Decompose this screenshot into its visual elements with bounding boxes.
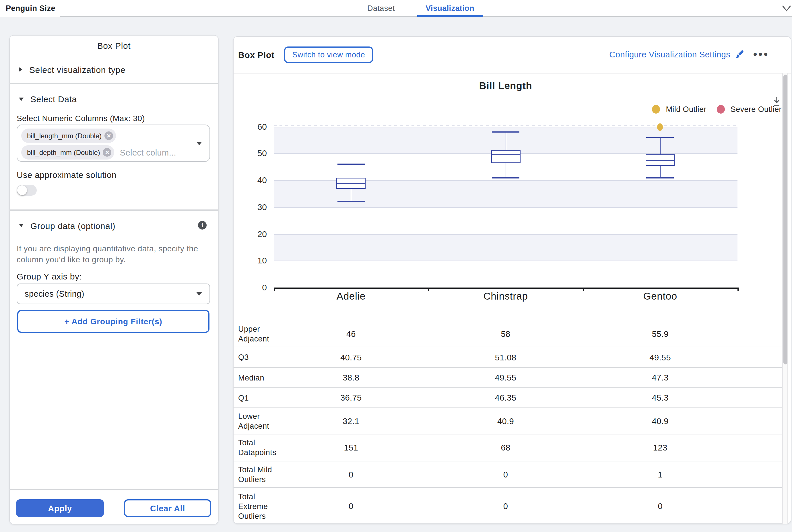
box-whisker-lower <box>660 166 661 178</box>
stats-row-label: Total Mild Outliers <box>238 464 285 484</box>
grid-band <box>274 234 737 261</box>
caret-down-icon <box>19 224 23 227</box>
grid-line <box>274 234 737 234</box>
stats-value: 1 <box>658 470 663 479</box>
x-axis-tick <box>583 287 584 291</box>
section-group-data[interactable]: Group data (optional) i <box>10 217 218 233</box>
chart-legend: Mild OutlierSevere Outlier <box>652 105 782 113</box>
x-axis-tick <box>274 287 275 291</box>
legend-item: Mild Outlier <box>652 105 706 113</box>
grid-line <box>274 127 737 127</box>
stats-value: 47.3 <box>652 373 668 382</box>
box-whisker-upper <box>660 137 661 154</box>
stats-value: 40.9 <box>652 416 668 425</box>
document-tab-label: Penguin Size <box>6 4 55 13</box>
visualization-header: Box Plot Switch to view mode Configure V… <box>233 37 791 73</box>
x-category-label: Gentoo <box>615 291 706 301</box>
legend-label: Mild Outlier <box>666 105 706 113</box>
tab-dataset[interactable]: Dataset <box>364 0 398 16</box>
stats-value: 0 <box>503 470 508 479</box>
remove-chip-icon[interactable]: ✕ <box>105 131 113 140</box>
numeric-columns-label: Select Numeric Columns (Max: 30) <box>17 114 145 123</box>
stats-row-label: Median <box>238 373 285 382</box>
legend-item: Severe Outlier <box>717 105 782 113</box>
stats-value: 32.1 <box>343 416 359 425</box>
tab-dataset-label: Dataset <box>367 4 395 12</box>
group-by-select[interactable]: species (String) <box>17 284 210 304</box>
y-axis-tick-label: 0 <box>244 282 267 292</box>
section-select-data[interactable]: Select Data <box>10 83 218 114</box>
x-axis-tick <box>429 287 429 291</box>
section-select-visualization-type[interactable]: Select visualization type <box>10 56 218 83</box>
selected-column-chip: bill_depth_mm (Double) ✕ <box>21 145 114 159</box>
caret-down-icon <box>19 97 23 101</box>
stats-value: 49.55 <box>495 373 516 382</box>
add-grouping-filters-label: + Add Grouping Filter(s) <box>64 317 163 326</box>
grid-dashes <box>274 125 737 126</box>
caret-right-icon <box>19 67 22 72</box>
info-icon[interactable]: i <box>198 221 207 230</box>
stats-row: Lower Adjacent32.140.940.9 <box>233 407 783 434</box>
stats-row: Median38.849.5547.3 <box>233 367 783 387</box>
box-median-line <box>646 160 675 161</box>
stats-row-label: Lower Adjacent <box>238 411 285 431</box>
box-whisker-lower <box>351 189 351 201</box>
apply-button[interactable]: Apply <box>16 499 104 517</box>
group-data-description: If you are displaying quantitative data,… <box>17 243 209 265</box>
box-upper-adjacent-cap <box>337 164 365 165</box>
stats-value: 36.75 <box>340 393 362 402</box>
legend-marker-icon <box>717 105 725 113</box>
box-whisker-lower <box>505 163 506 178</box>
more-options-button[interactable]: ••• <box>753 49 769 61</box>
x-axis-tick <box>737 287 738 291</box>
section-label: Select Data <box>31 94 77 104</box>
stats-row: Q136.7546.3545.3 <box>233 387 783 407</box>
approximate-solution-toggle[interactable] <box>17 185 37 196</box>
document-tab[interactable]: Penguin Size <box>0 0 60 16</box>
numeric-columns-multiselect[interactable]: bill_length_mm (Double) ✕ bill_depth_mm … <box>17 125 210 162</box>
chevron-down-icon[interactable] <box>782 5 791 12</box>
dropdown-caret-icon <box>196 292 202 296</box>
tab-visualization-label: Visualization <box>426 4 474 12</box>
tab-visualization[interactable]: Visualization <box>416 0 484 16</box>
visualization-title: Box Plot <box>238 50 275 60</box>
download-chart-icon[interactable] <box>772 96 782 106</box>
stats-value: 51.08 <box>495 353 516 362</box>
chart-title: Bill Length <box>274 80 737 92</box>
grid-line <box>274 261 737 261</box>
configure-visualization-settings-link[interactable]: Configure Visualization Settings <box>609 50 743 59</box>
stats-value: 0 <box>503 501 508 511</box>
configure-link-label: Configure Visualization Settings <box>609 50 730 59</box>
stats-row-label: Q1 <box>238 393 285 403</box>
divider <box>10 209 218 211</box>
dropdown-caret-icon[interactable] <box>196 141 202 145</box>
stats-value: 40.75 <box>340 353 362 362</box>
stats-value: 0 <box>348 501 354 511</box>
toggle-knob <box>17 185 27 195</box>
chip-label: bill_length_mm (Double) <box>27 132 101 140</box>
vertical-scrollbar[interactable] <box>782 73 788 524</box>
stats-row: Upper Adjacent465855.9 <box>233 321 783 347</box>
remove-chip-icon[interactable]: ✕ <box>103 148 112 157</box>
y-axis-tick-label: 30 <box>244 202 267 212</box>
legend-marker-icon <box>652 105 660 113</box>
y-axis-tick-label: 50 <box>244 148 267 158</box>
screen: Penguin Size Dataset Visualization Box P… <box>0 0 792 532</box>
x-axis-line <box>274 287 737 288</box>
box-whisker-upper <box>351 164 351 178</box>
group-y-axis-label: Group Y axis by: <box>17 271 82 281</box>
x-category-label: Adelie <box>305 291 397 301</box>
add-grouping-filters-button[interactable]: + Add Grouping Filter(s) <box>17 310 209 333</box>
box-lower-adjacent-cap <box>492 177 520 178</box>
stats-table: Upper Adjacent465855.9Q340.7551.0849.55M… <box>233 321 783 525</box>
stats-row: Total Datapoints15168123 <box>233 434 783 461</box>
group-by-value: species (String) <box>25 289 84 299</box>
stats-row: Total Mild Outliers001 <box>233 461 783 487</box>
panel-footer: Apply Clear All <box>10 489 218 524</box>
clear-all-button[interactable]: Clear All <box>124 499 211 517</box>
switch-to-view-mode-button[interactable]: Switch to view mode <box>284 46 373 63</box>
box-lower-adjacent-cap <box>646 177 674 178</box>
stats-value: 40.9 <box>497 416 514 425</box>
scrollbar-thumb[interactable] <box>784 75 787 364</box>
selected-column-chip: bill_length_mm (Double) ✕ <box>21 129 116 143</box>
